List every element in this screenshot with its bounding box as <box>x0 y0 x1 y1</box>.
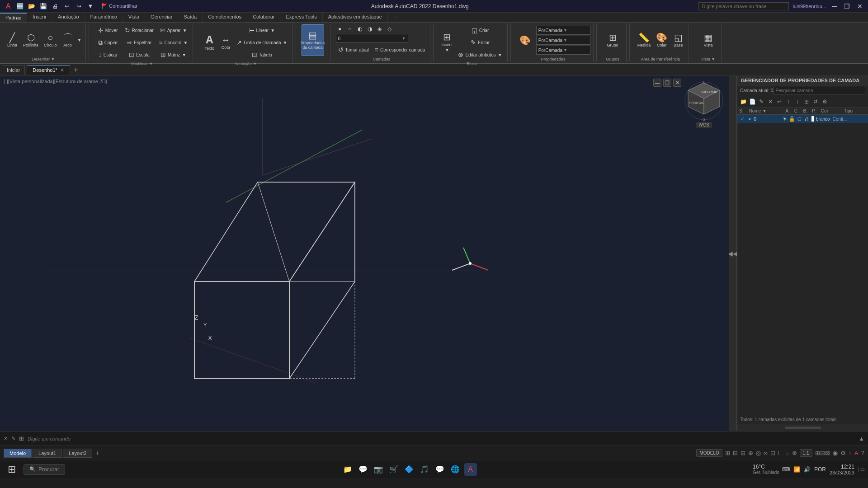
btn-cam-icon1[interactable]: ● <box>336 25 344 33</box>
btn-desenhar-more[interactable]: ▼ <box>76 28 83 53</box>
quick-settings[interactable]: ▼ <box>86 2 95 11</box>
close-btn[interactable]: ✕ <box>855 3 864 10</box>
btn-correspond-props[interactable]: 🎨 <box>516 31 534 49</box>
layer-tool-add[interactable]: ⊞ <box>802 98 811 106</box>
quick-open[interactable]: 📂 <box>27 2 36 11</box>
taskbar-store-icon[interactable]: 🛒 <box>387 463 400 476</box>
taskbar-explorer-icon[interactable]: 📁 <box>341 463 354 476</box>
btn-tomar-atual[interactable]: ↺ Tomar atual <box>336 44 371 56</box>
windows-start-btn[interactable]: ⊞ <box>4 461 20 478</box>
quick-print[interactable]: 🖨 <box>51 2 60 11</box>
status-settings-icon[interactable]: ⚙ <box>840 450 846 456</box>
btn-escala[interactable]: ⊡ Escala <box>123 49 156 61</box>
btn-editar-bloco[interactable]: ✎ Editar <box>456 37 504 48</box>
status-tp-icon[interactable]: ⊛ <box>792 450 797 456</box>
cmd-up-arrow[interactable]: ▲ <box>859 435 864 442</box>
btn-matriz[interactable]: ⊞ Matriz▼ <box>157 49 190 61</box>
btn-concord[interactable]: ≈ Concord▼ <box>157 37 190 48</box>
quick-new[interactable]: 🆕 <box>15 2 24 11</box>
btn-cam-icon2[interactable]: ○ <box>346 25 354 33</box>
tab-express[interactable]: Express Tools <box>280 13 322 22</box>
tab-colaborar[interactable]: Colaborar <box>247 13 280 22</box>
tray-network-icon[interactable]: 📶 <box>793 466 800 473</box>
status-view-icons[interactable]: ⊞⊟⊠ <box>815 450 830 456</box>
btn-cam-icon5[interactable]: ◈ <box>376 25 384 33</box>
search-input[interactable] <box>698 2 789 10</box>
layer-tool-settings[interactable]: ⚙ <box>821 98 829 106</box>
quick-undo[interactable]: ↩ <box>62 2 71 11</box>
tab-aplicativos[interactable]: Aplicativos em destaque <box>323 13 388 22</box>
btn-cam-icon6[interactable]: ◇ <box>386 25 394 33</box>
maximize-btn[interactable]: ❐ <box>843 3 852 10</box>
status-lw-icon[interactable]: ≡ <box>786 450 789 456</box>
btn-base[interactable]: ◱ Base <box>670 28 686 53</box>
viewcube[interactable]: SUPERIOR FRONTAL S N WCS <box>684 80 724 130</box>
combo-layer[interactable]: 0 ▼ <box>336 34 408 43</box>
btn-grupo[interactable]: ⊞ Grupo <box>605 28 621 53</box>
layer-tool-up[interactable]: ↑ <box>784 98 793 106</box>
panel-collapse[interactable]: ◀◀ <box>729 76 737 431</box>
taskbar-autocad-icon[interactable]: A <box>464 463 477 476</box>
taskbar-teams-icon[interactable]: 💬 <box>357 463 369 476</box>
tray-language[interactable]: POR <box>814 466 826 473</box>
layer-tool-current[interactable]: ↩ <box>775 98 783 106</box>
vp-maximize[interactable]: ❐ <box>663 79 671 87</box>
btn-linear[interactable]: ⊢ Linear▼ <box>234 24 289 36</box>
tab-anotacao[interactable]: Anotação <box>52 13 85 22</box>
taskbar-discord-icon[interactable]: 💬 <box>434 463 446 476</box>
quick-redo[interactable]: ↪ <box>74 2 83 11</box>
btn-medida[interactable]: 📏 Medida <box>635 28 653 53</box>
layer-tool-new-layer[interactable]: 📄 <box>748 98 756 106</box>
layer-tool-down[interactable]: ↓ <box>793 98 802 106</box>
quick-save[interactable]: 💾 <box>39 2 48 11</box>
new-tab-btn[interactable]: + <box>71 65 81 75</box>
btn-vista[interactable]: ▦ Vista <box>701 28 716 53</box>
layer-scrollbar[interactable] <box>737 424 868 431</box>
wcs-label[interactable]: WCS <box>696 122 712 128</box>
tab-layout2[interactable]: Layout2 <box>63 449 92 458</box>
combo-por-camada-3[interactable]: PorCamada ▼ <box>536 46 590 55</box>
status-plus-icon[interactable]: + <box>849 450 852 456</box>
btn-circulo[interactable]: ○ Círculo <box>42 28 59 53</box>
status-dyn-icon[interactable]: ⊢ <box>778 450 783 456</box>
btn-cam-icon4[interactable]: ◑ <box>366 25 374 33</box>
layer-tool-delete[interactable]: ✕ <box>766 98 774 106</box>
layer-tool-new[interactable]: 📁 <box>739 98 747 106</box>
btn-corresponder-camada[interactable]: ≡ Corresponder camada <box>373 44 428 56</box>
layer-color-swatch[interactable] <box>811 116 814 122</box>
status-snap-icon[interactable]: ⊟ <box>733 450 738 456</box>
tab-layout1[interactable]: Layout1 <box>33 449 62 458</box>
tab-desenho1[interactable]: Desenho1* ✕ <box>27 65 70 75</box>
btn-esticar[interactable]: ↕ Esticar <box>94 49 122 61</box>
tab-iniciar[interactable]: Iniciar <box>2 65 25 75</box>
btn-cam-icon3[interactable]: ◐ <box>356 25 364 33</box>
status-grid-icon[interactable]: ⊞ <box>725 450 730 456</box>
tab-desenho1-close[interactable]: ✕ <box>60 67 64 73</box>
command-input[interactable] <box>28 436 855 441</box>
layer-search-input[interactable] <box>773 87 865 94</box>
btn-colar[interactable]: 🎨 Colar <box>654 28 670 53</box>
btn-copiar[interactable]: ⧉ Copiar <box>94 37 122 48</box>
btn-criar-bloco[interactable]: ◱ Criar <box>456 24 504 36</box>
btn-arco[interactable]: ⌒ Arco <box>60 28 75 53</box>
status-ducs-icon[interactable]: ⊡ <box>770 450 775 456</box>
minimize-btn[interactable]: ─ <box>830 3 839 10</box>
tab-more[interactable]: ··· <box>388 13 403 22</box>
status-isolate-icon[interactable]: ◉ <box>833 450 838 456</box>
btn-tabela[interactable]: ⊟ Tabela <box>234 49 289 61</box>
btn-cota[interactable]: ↔ Cota <box>218 30 233 55</box>
tray-volume-icon[interactable]: 🔊 <box>804 466 811 473</box>
layer-row-0[interactable]: ✓ ● 0 ☀ 🔓 □ 🖨 branco Conti... <box>737 115 868 123</box>
tab-complementos[interactable]: Complementos <box>203 13 247 22</box>
layer-tool-refresh[interactable]: ↺ <box>811 98 820 106</box>
tab-add-layout[interactable]: + <box>93 449 101 457</box>
btn-texto[interactable]: A Texto <box>202 30 217 55</box>
tab-inserir[interactable]: Inserir <box>27 13 52 22</box>
btn-rotacionar[interactable]: ↻ Rotacionar <box>123 24 156 36</box>
tray-show-desktop[interactable]: ▭ <box>858 467 864 472</box>
tab-gerenciar[interactable]: Gerenciar <box>145 13 178 22</box>
btn-linha[interactable]: ╱ Linha <box>5 28 20 53</box>
status-polar-icon[interactable]: ⊕ <box>748 450 753 456</box>
btn-inserir-bloco[interactable]: ⊞ Inserir▼ <box>439 30 455 55</box>
taskbar-chrome-icon[interactable]: 🌐 <box>449 463 462 476</box>
